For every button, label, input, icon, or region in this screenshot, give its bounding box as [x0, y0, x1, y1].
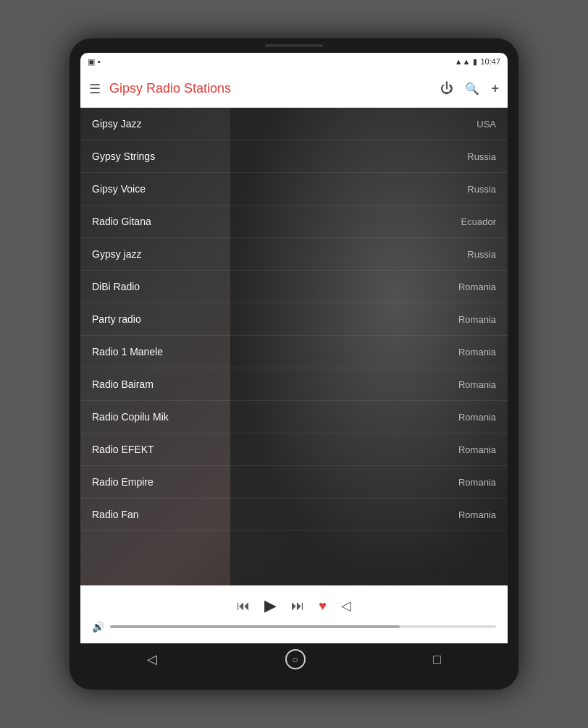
station-name: Radio Empire	[92, 476, 154, 488]
station-country: Russia	[467, 184, 496, 195]
radio-item[interactable]: Gypsy Strings Russia	[80, 140, 508, 173]
station-name: Gypsy jazz	[92, 248, 141, 260]
add-icon[interactable]: +	[491, 81, 499, 96]
station-country: Russia	[467, 249, 496, 260]
tablet-screen: ▣ ▪ ▲▲ ▮ 10:47 ☰ Gipsy Radio Stations ⏻ …	[80, 53, 508, 675]
time-display: 10:47	[480, 57, 500, 66]
volume-fill	[110, 625, 400, 628]
radio-station-list[interactable]: Gipsy Jazz USA Gypsy Strings Russia Gips…	[80, 108, 508, 585]
status-right: ▲▲ ▮ 10:47	[455, 57, 500, 67]
home-button[interactable]: ○	[285, 649, 306, 669]
player-controls: ⏮ ▶ ⏭ ♥ ◁	[92, 596, 496, 615]
battery-icon: ▮	[473, 57, 477, 67]
radio-item[interactable]: Gipsy Voice Russia	[80, 173, 508, 206]
back-button[interactable]: ◁	[141, 646, 163, 673]
nav-bar: ◁ ○ □	[80, 643, 508, 675]
menu-icon[interactable]: ☰	[89, 81, 101, 97]
tablet-frame: ▣ ▪ ▲▲ ▮ 10:47 ☰ Gipsy Radio Stations ⏻ …	[70, 38, 518, 690]
volume-icon: 🔊	[92, 621, 104, 632]
station-country: Ecuador	[461, 216, 496, 227]
station-country: Romania	[458, 477, 496, 488]
status-bar: ▣ ▪ ▲▲ ▮ 10:47	[80, 53, 508, 70]
sim-icon: ▣	[88, 57, 95, 67]
favorite-button[interactable]: ♥	[319, 598, 327, 614]
radio-item[interactable]: Party radio Romania	[80, 303, 508, 336]
station-country: Romania	[458, 314, 496, 325]
station-country: Romania	[458, 347, 496, 357]
search-icon[interactable]: 🔍	[465, 82, 479, 96]
signal-icon: ▲▲	[455, 57, 471, 66]
app-title: Gipsy Radio Stations	[109, 81, 432, 96]
station-name: Party radio	[92, 313, 141, 325]
radio-item[interactable]: Radio Gitana Ecuador	[80, 206, 508, 238]
rewind-button[interactable]: ⏮	[237, 598, 250, 614]
station-name: Gipsy Jazz	[92, 118, 141, 130]
power-icon[interactable]: ⏻	[440, 81, 453, 96]
station-country: Russia	[467, 151, 496, 162]
share-button[interactable]: ◁	[341, 598, 351, 614]
app-bar-icons: ⏻ 🔍 +	[440, 81, 499, 96]
station-name: Radio Gitana	[92, 216, 151, 227]
radio-item[interactable]: Gipsy Jazz USA	[80, 108, 508, 140]
volume-slider[interactable]	[110, 625, 496, 628]
station-name: Radio EFEKT	[92, 444, 154, 455]
speaker-grille	[265, 44, 323, 47]
station-country: Romania	[458, 379, 496, 390]
volume-row: 🔊	[92, 621, 496, 632]
recent-button[interactable]: □	[427, 646, 447, 673]
radio-item[interactable]: Radio Fan Romania	[80, 499, 508, 531]
radio-item[interactable]: DiBi Radio Romania	[80, 271, 508, 303]
radio-item[interactable]: Radio Copilu Mik Romania	[80, 401, 508, 433]
player-bar: ⏮ ▶ ⏭ ♥ ◁ 🔊	[80, 585, 508, 643]
radio-item[interactable]: Radio EFEKT Romania	[80, 433, 508, 466]
radio-item[interactable]: Radio Empire Romania	[80, 466, 508, 499]
radio-item[interactable]: Radio Bairam Romania	[80, 368, 508, 401]
station-name: Radio Copilu Mik	[92, 411, 169, 423]
forward-button[interactable]: ⏭	[291, 598, 304, 614]
radio-item[interactable]: Gypsy jazz Russia	[80, 238, 508, 271]
wifi-icon: ▪	[98, 57, 101, 66]
radio-item[interactable]: Radio 1 Manele Romania	[80, 336, 508, 368]
station-name: Gypsy Strings	[92, 151, 155, 162]
status-left-icons: ▣ ▪	[88, 57, 101, 67]
station-name: DiBi Radio	[92, 281, 140, 292]
station-name: Radio Fan	[92, 509, 139, 520]
station-name: Radio Bairam	[92, 378, 154, 390]
station-name: Gipsy Voice	[92, 183, 146, 195]
station-country: Romania	[458, 412, 496, 423]
station-country: Romania	[458, 444, 496, 455]
content-area: Gipsy Jazz USA Gypsy Strings Russia Gips…	[80, 108, 508, 585]
app-bar: ☰ Gipsy Radio Stations ⏻ 🔍 +	[80, 70, 508, 108]
station-name: Radio 1 Manele	[92, 346, 163, 357]
station-country: USA	[476, 119, 496, 130]
play-button[interactable]: ▶	[264, 596, 277, 615]
station-country: Romania	[458, 509, 496, 520]
station-country: Romania	[458, 282, 496, 292]
